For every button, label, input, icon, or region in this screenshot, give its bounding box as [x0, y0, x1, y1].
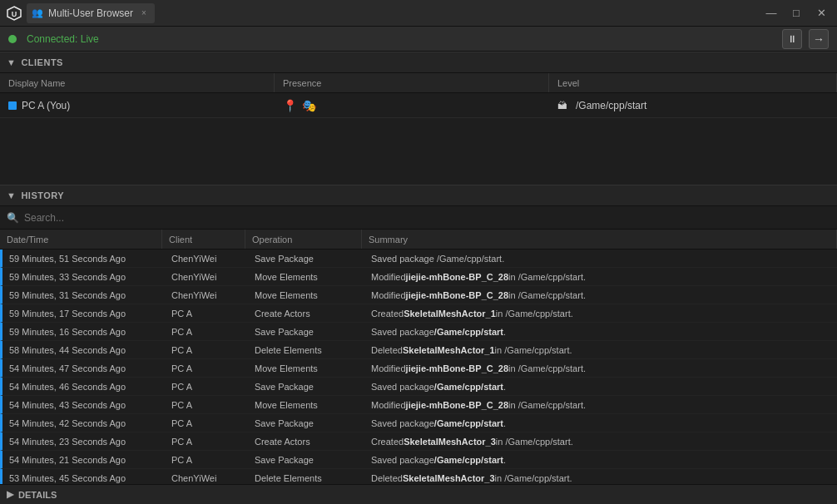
history-row[interactable]: 53 Minutes, 45 Seconds Ago ChenYiWei Del…	[0, 469, 837, 484]
history-row[interactable]: 54 Minutes, 23 Seconds Ago PC A Create A…	[0, 432, 837, 451]
history-cell-datetime: 59 Minutes, 31 Seconds Ago	[2, 290, 165, 300]
summary-suffix: in /Game/cpp/start.	[496, 437, 573, 447]
history-cell-summary: Modified jiejie-mhBone-BP_C_28 in /Game/…	[364, 400, 837, 410]
summary-prefix: Created	[371, 437, 404, 447]
summary-prefix: Modified	[371, 290, 406, 300]
title-bar: U 👥 Multi-User Browser × — □ ✕	[0, 0, 837, 27]
client-level-cell: 🏔 /Game/cpp/start	[549, 100, 837, 111]
history-rows-container[interactable]: 59 Minutes, 51 Seconds Ago ChenYiWei Sav…	[0, 250, 837, 484]
history-cell-summary: Saved package /Game/cpp/start.	[364, 418, 837, 428]
history-cell-summary: Modified jiejie-mhBone-BP_C_28 in /Game/…	[364, 290, 837, 300]
history-section-header[interactable]: ▼ History	[0, 185, 837, 206]
history-row[interactable]: 59 Minutes, 17 Seconds Ago PC A Create A…	[0, 304, 837, 323]
window-title: Multi-User Browser	[48, 7, 133, 19]
level-icon: 🏔	[557, 100, 567, 111]
history-cell-datetime: 59 Minutes, 33 Seconds Ago	[2, 272, 165, 282]
history-cell-summary: Saved package /Game/cpp/start.	[364, 254, 837, 264]
history-row[interactable]: 54 Minutes, 42 Seconds Ago PC A Save Pac…	[0, 414, 837, 432]
summary-prefix: Modified	[371, 400, 406, 410]
clients-section-label: Clients	[21, 57, 63, 67]
client-row[interactable]: PC A (You) 📍 🎭 🏔 /Game/cpp/start	[0, 93, 837, 118]
tab-close-button[interactable]: ×	[141, 8, 146, 17]
history-col-operation: Operation	[245, 230, 362, 249]
window-tab[interactable]: 👥 Multi-User Browser ×	[27, 3, 155, 23]
connection-status-label: Connected: Live	[27, 33, 99, 45]
summary-bold: jiejie-mhBone-BP_C_28	[406, 272, 508, 282]
pause-button[interactable]: ⏸	[782, 29, 802, 49]
history-cell-summary: Modified jiejie-mhBone-BP_C_28 in /Game/…	[364, 272, 837, 282]
summary-bold: jiejie-mhBone-BP_C_28	[406, 290, 508, 300]
client-name-cell: PC A (You)	[0, 100, 275, 111]
history-row[interactable]: 59 Minutes, 51 Seconds Ago ChenYiWei Sav…	[0, 250, 837, 268]
maximize-button[interactable]: □	[787, 4, 805, 22]
details-section-label: Details	[18, 490, 57, 500]
presence-avatar-icon: 🎭	[302, 99, 316, 112]
summary-suffix: .	[503, 455, 506, 465]
pause-icon: ⏸	[787, 33, 797, 45]
summary-text: Saved package /Game/cpp/start.	[371, 254, 504, 264]
minimize-button[interactable]: —	[762, 4, 780, 22]
history-cell-client: ChenYiWei	[165, 254, 248, 264]
history-cell-summary: Created SkeletalMeshActor_1 in /Game/cpp…	[364, 309, 837, 319]
history-row[interactable]: 54 Minutes, 43 Seconds Ago PC A Move Ele…	[0, 396, 837, 414]
connection-status-dot	[8, 35, 17, 43]
history-row[interactable]: 54 Minutes, 47 Seconds Ago PC A Move Ele…	[0, 359, 837, 378]
close-button[interactable]: ✕	[812, 4, 830, 22]
history-cell-datetime: 59 Minutes, 17 Seconds Ago	[2, 309, 165, 319]
history-cell-client: PC A	[165, 418, 248, 428]
history-row[interactable]: 59 Minutes, 33 Seconds Ago ChenYiWei Mov…	[0, 268, 837, 286]
history-cell-client: PC A	[165, 327, 248, 337]
history-cell-summary: Deleted SkeletalMeshActor_3 in /Game/cpp…	[364, 473, 837, 483]
window-controls: — □ ✕	[762, 4, 830, 22]
history-cell-datetime: 54 Minutes, 21 Seconds Ago	[2, 455, 165, 465]
summary-suffix: in /Game/cpp/start.	[508, 272, 586, 282]
history-row[interactable]: 58 Minutes, 44 Seconds Ago PC A Delete E…	[0, 341, 837, 359]
svg-text:U: U	[12, 10, 17, 18]
client-color-indicator	[8, 101, 17, 110]
history-cell-operation: Save Package	[248, 455, 364, 465]
history-cell-client: ChenYiWei	[165, 272, 248, 282]
summary-suffix: .	[503, 418, 506, 428]
details-section-header[interactable]: ▶ Details	[0, 484, 837, 504]
history-cell-datetime: 58 Minutes, 44 Seconds Ago	[2, 345, 165, 355]
presence-location-icon: 📍	[283, 99, 297, 112]
clients-section-header[interactable]: ▼ Clients	[0, 52, 837, 73]
history-cell-operation: Save Package	[248, 418, 364, 428]
search-bar: 🔍	[0, 206, 837, 230]
summary-bold: /Game/cpp/start	[434, 418, 503, 428]
history-row[interactable]: 59 Minutes, 16 Seconds Ago PC A Save Pac…	[0, 323, 837, 341]
clients-col-presence: Presence	[275, 73, 549, 92]
search-input[interactable]	[24, 212, 830, 224]
summary-prefix: Saved package	[371, 382, 434, 392]
history-row[interactable]: 59 Minutes, 31 Seconds Ago ChenYiWei Mov…	[0, 286, 837, 304]
summary-prefix: Saved package	[371, 455, 434, 465]
history-cell-summary: Modified jiejie-mhBone-BP_C_28 in /Game/…	[364, 363, 837, 373]
history-cell-datetime: 59 Minutes, 16 Seconds Ago	[2, 327, 165, 337]
app-icon: U	[7, 6, 22, 21]
history-cell-datetime: 53 Minutes, 45 Seconds Ago	[2, 473, 165, 483]
main-content: ▼ Clients Display Name Presence Level PC…	[0, 52, 837, 504]
history-cell-datetime: 54 Minutes, 43 Seconds Ago	[2, 400, 165, 410]
forward-icon: →	[813, 32, 825, 46]
history-row[interactable]: 54 Minutes, 21 Seconds Ago PC A Save Pac…	[0, 451, 837, 469]
forward-button[interactable]: →	[809, 29, 829, 49]
history-cell-operation: Delete Elements	[248, 473, 364, 483]
summary-bold: SkeletalMeshActor_3	[403, 473, 495, 483]
history-cell-operation: Move Elements	[248, 400, 364, 410]
client-level-path: /Game/cpp/start	[576, 100, 646, 111]
history-cell-summary: Saved package /Game/cpp/start.	[364, 382, 837, 392]
summary-bold: SkeletalMeshActor_1	[404, 309, 496, 319]
history-cell-operation: Create Actors	[248, 309, 364, 319]
history-cell-operation: Move Elements	[248, 290, 364, 300]
history-cell-operation: Move Elements	[248, 363, 364, 373]
summary-bold: /Game/cpp/start	[434, 382, 503, 392]
history-row[interactable]: 54 Minutes, 46 Seconds Ago PC A Save Pac…	[0, 378, 837, 396]
summary-bold: SkeletalMeshActor_1	[403, 345, 495, 355]
history-cell-operation: Create Actors	[248, 437, 364, 447]
history-cell-summary: Created SkeletalMeshActor_3 in /Game/cpp…	[364, 437, 837, 447]
history-col-datetime: Date/Time	[0, 230, 162, 249]
clients-area: ▼ Clients Display Name Presence Level PC…	[0, 52, 837, 185]
summary-prefix: Saved package	[371, 327, 434, 337]
history-cell-operation: Save Package	[248, 254, 364, 264]
history-cell-datetime: 54 Minutes, 47 Seconds Ago	[2, 363, 165, 373]
